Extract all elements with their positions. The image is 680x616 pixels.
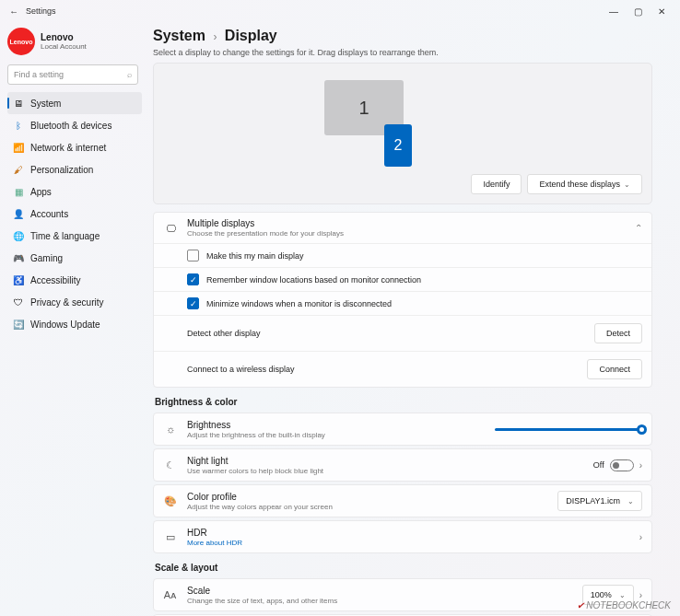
accounts-icon: 👤 (13, 209, 24, 219)
account-block[interactable]: Lenovo Lenovo Local Account (7, 28, 142, 55)
wireless-row: Connect to a wireless display Connect (154, 352, 651, 387)
color-profile-row[interactable]: 🎨 Color profile Adjust the way colors ap… (153, 484, 652, 517)
chevron-right-icon[interactable]: › (639, 532, 642, 542)
sidebar: Lenovo Lenovo Local Account Find a setti… (0, 22, 147, 616)
sidebar-item-network[interactable]: 📶Network & internet (7, 136, 142, 158)
breadcrumb-current: Display (225, 28, 277, 43)
main-content: System › Display Select a display to cha… (147, 22, 680, 616)
night-light-toggle[interactable] (610, 459, 634, 471)
remember-row[interactable]: ✓ Remember window locations based on mon… (154, 268, 651, 292)
brightness-section-header: Brightness & color (155, 397, 652, 407)
minimize-button[interactable]: — (606, 4, 621, 18)
multiple-displays-header[interactable]: 🖵 Multiple displays Choose the presentat… (154, 213, 651, 244)
back-button[interactable]: ← (6, 6, 22, 17)
hdr-link[interactable]: More about HDR (187, 539, 630, 547)
chevron-right-icon[interactable]: › (639, 590, 642, 600)
window-title: Settings (26, 6, 56, 16)
watermark: ✔ NOTEBOOKCHECK (577, 600, 671, 610)
time-icon: 🌐 (13, 231, 24, 241)
shield-icon: ✔ (577, 600, 584, 610)
sidebar-item-system[interactable]: 🖥System (7, 92, 142, 114)
minimize-row[interactable]: ✓ Minimize windows when a monitor is dis… (154, 292, 651, 316)
chevron-down-icon: ⌄ (619, 591, 626, 599)
personalization-icon: 🖌 (13, 165, 24, 175)
scale-icon: Aᴀ (163, 589, 178, 601)
hdr-row[interactable]: ▭ HDR More about HDR › (153, 520, 652, 553)
titlebar: ← Settings — ▢ ✕ (0, 0, 680, 22)
close-button[interactable]: ✕ (654, 4, 669, 18)
bluetooth-icon: ᛒ (13, 121, 24, 131)
sidebar-item-update[interactable]: 🔄Windows Update (7, 313, 142, 335)
account-name: Lenovo (41, 32, 87, 42)
minimize-checkbox[interactable]: ✓ (187, 297, 199, 309)
accessibility-icon: ♿ (13, 275, 24, 285)
chevron-up-icon[interactable]: ⌃ (635, 223, 642, 233)
search-placeholder: Find a setting (14, 70, 64, 79)
breadcrumb-parent[interactable]: System (153, 28, 205, 43)
brightness-icon: ☼ (163, 424, 178, 435)
sidebar-item-personalization[interactable]: 🖌Personalization (7, 158, 142, 180)
chevron-right-icon[interactable]: › (639, 460, 642, 471)
breadcrumb: System › Display (153, 28, 652, 44)
network-icon: 📶 (13, 143, 24, 153)
make-main-row[interactable]: Make this my main display (154, 244, 651, 268)
sidebar-item-gaming[interactable]: 🎮Gaming (7, 247, 142, 269)
search-input[interactable]: Find a setting ⌕ (7, 64, 138, 85)
extend-dropdown[interactable]: Extend these displays⌄ (527, 174, 642, 194)
sidebar-item-apps[interactable]: ▦Apps (7, 180, 142, 203)
system-icon: 🖥 (13, 99, 24, 109)
sidebar-item-time[interactable]: 🌐Time & language (7, 225, 142, 247)
gaming-icon: 🎮 (13, 253, 24, 263)
display-arrangement-panel: 1 2 Identify Extend these displays⌄ (153, 63, 652, 204)
identify-button[interactable]: Identify (471, 174, 522, 194)
display-canvas[interactable]: 1 2 (163, 73, 642, 174)
connect-button[interactable]: Connect (587, 359, 642, 379)
maximize-button[interactable]: ▢ (630, 4, 645, 18)
account-sub: Local Account (41, 42, 87, 51)
hdr-icon: ▭ (163, 531, 178, 543)
multiple-displays-card: 🖵 Multiple displays Choose the presentat… (153, 212, 652, 388)
sidebar-item-accessibility[interactable]: ♿Accessibility (7, 269, 142, 291)
brightness-slider[interactable] (495, 428, 642, 431)
update-icon: 🔄 (13, 320, 24, 330)
sidebar-item-privacy[interactable]: 🛡Privacy & security (7, 291, 142, 313)
page-subtitle: Select a display to change the settings … (153, 48, 652, 57)
color-profile-dropdown[interactable]: DISPLAY1.icm⌄ (557, 491, 642, 511)
monitors-icon: 🖵 (163, 223, 178, 234)
sidebar-item-bluetooth[interactable]: ᛒBluetooth & devices (7, 114, 142, 136)
night-light-icon: ☾ (163, 459, 178, 471)
scale-section-header: Scale & layout (155, 563, 652, 573)
detect-button[interactable]: Detect (594, 323, 642, 343)
brightness-row: ☼ Brightness Adjust the brightness of th… (153, 413, 652, 446)
make-main-checkbox[interactable] (187, 250, 199, 262)
color-profile-icon: 🎨 (163, 495, 178, 507)
chevron-down-icon: ⌄ (624, 180, 630, 189)
chevron-down-icon: ⌄ (627, 497, 634, 506)
apps-icon: ▦ (13, 187, 24, 197)
chevron-right-icon: › (209, 30, 220, 43)
display-2[interactable]: 2 (384, 124, 412, 167)
search-icon: ⌕ (127, 70, 132, 79)
remember-checkbox[interactable]: ✓ (187, 273, 199, 285)
avatar: Lenovo (7, 28, 35, 55)
detect-row: Detect other display Detect (154, 316, 651, 352)
privacy-icon: 🛡 (13, 297, 24, 308)
night-light-row[interactable]: ☾ Night light Use warmer colors to help … (153, 448, 652, 482)
sidebar-item-accounts[interactable]: 👤Accounts (7, 203, 142, 225)
